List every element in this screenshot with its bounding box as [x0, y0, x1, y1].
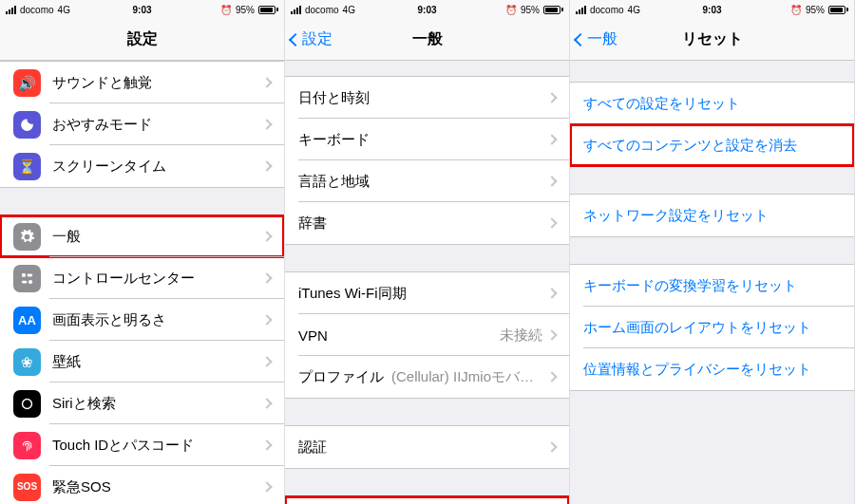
battery-icon [828, 6, 848, 14]
row-display[interactable]: AA 画面表示と明るさ [0, 299, 284, 341]
alarm-icon: ⏰ [220, 5, 232, 15]
chevron-left-icon [574, 32, 587, 46]
row-screentime[interactable]: ⏳ スクリーンタイム [0, 145, 284, 187]
network-label: 4G [343, 5, 355, 15]
row-reset-home[interactable]: ホーム画面のレイアウトをリセット [570, 307, 854, 348]
signal-icon [291, 6, 301, 14]
row-itunes-wifi[interactable]: iTunes Wi-Fi同期 [285, 272, 569, 314]
status-time: 9:03 [702, 5, 721, 15]
chevron-right-icon [546, 92, 557, 103]
chevron-right-icon [546, 134, 557, 144]
chevron-right-icon [261, 231, 272, 241]
row-label: Siriと検索 [52, 395, 263, 413]
siri-icon [13, 390, 41, 418]
nav-bar: 設定 [0, 19, 284, 61]
row-reset-network[interactable]: ネットワーク設定をリセット [570, 195, 854, 236]
row-sos[interactable]: SOS 緊急SOS [0, 466, 284, 504]
switches-icon [13, 265, 41, 292]
chevron-right-icon [546, 288, 557, 298]
row-label: プロファイル [298, 368, 384, 386]
row-label: ネットワーク設定をリセット [583, 207, 841, 225]
row-dictionary[interactable]: 辞書 [285, 202, 569, 244]
row-reset-all-settings[interactable]: すべての設定をリセット [570, 83, 854, 124]
row-label: 緊急SOS [52, 478, 263, 496]
row-donotdisturb[interactable]: おやすみモード [0, 103, 284, 145]
chevron-right-icon [261, 481, 272, 492]
row-reset[interactable]: リセット [285, 496, 569, 504]
row-keyboard[interactable]: キーボード [285, 119, 569, 160]
row-reset-keyboard[interactable]: キーボードの変換学習をリセット [570, 265, 854, 307]
row-general[interactable]: 一般 [0, 215, 284, 257]
network-label: 4G [58, 5, 70, 15]
row-label: VPN [298, 327, 500, 344]
row-sounds[interactable]: 🔊 サウンドと触覚 [0, 62, 284, 103]
page-title: 設定 [127, 29, 158, 49]
battery-icon [543, 6, 563, 14]
display-icon: AA [13, 307, 41, 334]
page-title: 一般 [412, 29, 443, 49]
row-controlcenter[interactable]: コントロールセンター [0, 257, 284, 299]
row-value: (Cellular) IIJmioモバイルサ… [391, 368, 542, 386]
battery-pct: 95% [236, 5, 255, 15]
chevron-right-icon [546, 371, 557, 382]
chevron-right-icon [546, 217, 557, 228]
svg-point-0 [22, 272, 26, 276]
row-erase-all[interactable]: すべてのコンテンツと設定を消去 [570, 124, 854, 166]
row-auth[interactable]: 認証 [285, 426, 569, 468]
nav-bar: 一般 リセット [570, 19, 854, 61]
row-reset-location[interactable]: 位置情報とプライバシーをリセット [570, 348, 854, 390]
row-vpn[interactable]: VPN 未接続 [285, 314, 569, 356]
chevron-right-icon [261, 314, 272, 325]
chevron-right-icon [261, 77, 272, 87]
svg-point-2 [28, 279, 32, 283]
page-title: リセット [682, 29, 743, 49]
row-touchid[interactable]: Touch IDとパスコード [0, 424, 284, 466]
alarm-icon: ⏰ [505, 5, 517, 15]
carrier-label: docomo [590, 5, 624, 15]
signal-icon [576, 6, 586, 14]
row-label: すべての設定をリセット [583, 95, 841, 113]
row-language[interactable]: 言語と地域 [285, 160, 569, 202]
status-bar: docomo 4G 9:03 ⏰ 95% [0, 0, 284, 19]
row-wallpaper[interactable]: ❀ 壁紙 [0, 341, 284, 383]
row-label: キーボード [298, 131, 548, 149]
signal-icon [6, 6, 16, 14]
row-label: 認証 [298, 439, 548, 457]
status-bar: docomo 4G 9:03 ⏰ 95% [285, 0, 569, 19]
row-profile[interactable]: プロファイル (Cellular) IIJmioモバイルサ… [285, 356, 569, 398]
gear-icon [13, 223, 41, 251]
settings-screen: docomo 4G 9:03 ⏰ 95% 設定 🔊 サウンドと触覚 おやすみモー… [0, 0, 285, 504]
row-label: すべてのコンテンツと設定を消去 [583, 137, 841, 155]
sos-icon: SOS [13, 474, 41, 501]
back-button[interactable]: 一般 [576, 19, 618, 60]
status-bar: docomo 4G 9:03 ⏰ 95% [570, 0, 854, 19]
chevron-right-icon [261, 272, 272, 283]
row-label: 言語と地域 [298, 173, 548, 191]
row-label: 位置情報とプライバシーをリセット [583, 361, 841, 379]
row-label: 画面表示と明るさ [52, 311, 263, 329]
row-label: iTunes Wi-Fi同期 [298, 285, 548, 303]
row-label: 一般 [52, 228, 263, 246]
row-datetime[interactable]: 日付と時刻 [285, 77, 569, 119]
chevron-right-icon [261, 439, 272, 450]
battery-pct: 95% [521, 5, 540, 15]
chevron-right-icon [261, 119, 272, 129]
fingerprint-icon [13, 432, 41, 459]
svg-rect-3 [22, 280, 28, 283]
back-label: 設定 [302, 29, 332, 49]
row-label: おやすみモード [52, 116, 263, 134]
status-time: 9:03 [132, 5, 151, 15]
row-siri[interactable]: Siriと検索 [0, 383, 284, 424]
row-label: Touch IDとパスコード [52, 437, 263, 455]
back-button[interactable]: 設定 [291, 19, 332, 60]
chevron-right-icon [546, 441, 557, 452]
svg-point-4 [23, 399, 32, 408]
row-label: サウンドと触覚 [52, 74, 263, 92]
battery-icon [258, 6, 278, 14]
nav-bar: 設定 一般 [285, 19, 569, 61]
row-label: 壁紙 [52, 353, 263, 371]
chevron-right-icon [546, 329, 557, 340]
svg-rect-1 [28, 273, 33, 276]
moon-icon [13, 111, 41, 139]
speaker-icon: 🔊 [13, 69, 41, 97]
